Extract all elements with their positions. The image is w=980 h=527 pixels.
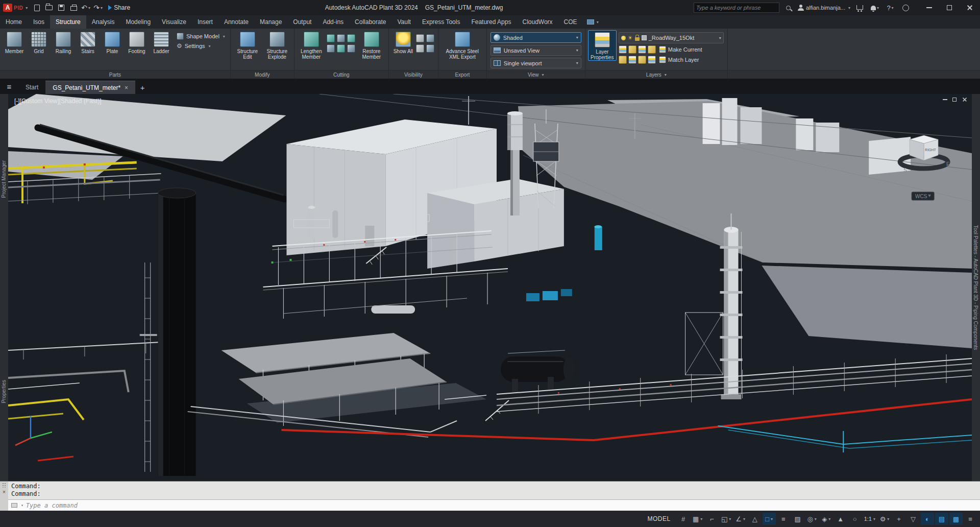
tab-insert[interactable]: Insert <box>192 15 218 29</box>
viewport-maximize-icon[interactable] <box>952 98 957 102</box>
match-layer-button[interactable]: Match Layer <box>659 56 699 63</box>
advance-steel-export-button[interactable]: Advance Steel XML Export <box>441 30 484 60</box>
hide-others-icon[interactable] <box>416 44 424 53</box>
tab-analysis[interactable]: Analysis <box>86 15 120 29</box>
ribbon-display-toggle[interactable]: ▾ <box>583 15 603 29</box>
make-current-button[interactable]: Make Current <box>659 46 702 53</box>
customization-menu-icon[interactable]: ≡ <box>964 513 977 525</box>
tab-express-tools[interactable]: Express Tools <box>416 15 465 29</box>
graphics-performance-icon[interactable]: ◐ <box>921 513 934 525</box>
structure-edit-button[interactable]: Structure Edit <box>233 30 262 60</box>
modify-panel-label[interactable]: Modify <box>231 70 294 79</box>
grid-button[interactable]: Grid <box>27 30 51 54</box>
hardware-acceleration-icon[interactable]: ▤ <box>935 513 948 525</box>
layer-properties-button[interactable]: Layer Properties <box>588 30 617 61</box>
ortho-mode-icon[interactable]: ⌐ <box>705 513 719 525</box>
save-button[interactable] <box>55 1 67 14</box>
application-menu-button[interactable]: A PID ▾ <box>0 0 31 15</box>
model-viewport[interactable]: [-][Custom View][Shaded (Fast)] <box>8 94 972 481</box>
extend-member-icon[interactable] <box>337 44 345 53</box>
layer-freeze-icon[interactable] <box>638 45 646 54</box>
open-file-button[interactable] <box>43 1 55 14</box>
drawing-canvas[interactable]: S E RIGHT WCS <box>8 94 972 481</box>
layer-walk-icon[interactable] <box>638 56 646 64</box>
autoscale-icon[interactable]: ○ <box>848 513 862 525</box>
export-panel-label[interactable]: Export <box>438 70 486 79</box>
cutting-panel-label[interactable]: Cutting <box>295 70 388 79</box>
annotation-visibility-icon[interactable]: ▲ <box>834 513 847 525</box>
restore-member-button[interactable]: Restore Member <box>357 30 386 60</box>
stairs-button[interactable]: Stairs <box>76 30 100 54</box>
cope-cut-icon[interactable] <box>337 34 345 42</box>
railing-button[interactable]: Railing <box>52 30 75 54</box>
help-button[interactable]: ?▾ <box>884 1 896 14</box>
redo-button[interactable]: ↷▾ <box>92 1 104 14</box>
shape-model-button[interactable]: Shape Model▾ <box>175 32 227 40</box>
file-tabs-menu-button[interactable]: ≡ <box>0 79 18 94</box>
trim-member-icon[interactable] <box>327 44 335 53</box>
transparency-icon[interactable]: ▨ <box>791 513 804 525</box>
tab-visualize[interactable]: Visualize <box>156 15 192 29</box>
annotation-scale-button[interactable]: 1:1▾ <box>863 513 877 525</box>
selection-cycling-icon[interactable]: ◎▾ <box>805 513 819 525</box>
show-others-icon[interactable] <box>426 44 434 53</box>
signed-in-user-button[interactable]: alfian.bimanja... ▾ <box>798 5 850 11</box>
layers-panel-label[interactable]: Layers▾ <box>585 70 727 79</box>
tab-start[interactable]: Start <box>18 81 45 94</box>
properties-palette-tab[interactable]: Properties <box>1 380 7 403</box>
plate-button[interactable]: Plate <box>101 30 124 54</box>
undo-button[interactable]: ↶▾ <box>80 1 92 14</box>
close-button[interactable] <box>960 0 980 15</box>
show-member-icon[interactable] <box>426 34 434 42</box>
share-button[interactable]: Share <box>104 4 134 11</box>
command-input[interactable] <box>26 502 977 509</box>
tab-drawing[interactable]: GS_Petani_UTM_meter* × <box>45 81 135 94</box>
tab-home[interactable]: Home <box>0 15 28 29</box>
search-input[interactable] <box>696 5 777 11</box>
isolate-objects-icon[interactable]: ▽ <box>906 513 920 525</box>
snap-mode-icon[interactable]: ▦▾ <box>691 513 704 525</box>
miter-cut-icon[interactable] <box>327 34 335 42</box>
layer-thaw-icon[interactable] <box>628 56 636 64</box>
close-command-window-icon[interactable]: × <box>3 489 6 495</box>
help-search-box[interactable] <box>694 3 779 13</box>
member-button[interactable]: Member <box>3 30 26 54</box>
ladder-button[interactable]: Ladder <box>150 30 173 54</box>
plot-button[interactable] <box>67 1 80 14</box>
named-view-dropdown[interactable]: Unsaved View▾ <box>491 45 581 56</box>
notifications-button[interactable]: ▾ <box>869 1 881 14</box>
tab-vault[interactable]: Vault <box>391 15 416 29</box>
health-dashboard-button[interactable] <box>899 1 912 14</box>
tab-collaborate[interactable]: Collaborate <box>349 15 391 29</box>
new-drawing-tab-button[interactable]: + <box>135 81 150 94</box>
tool-palettes-tab[interactable]: Tool Palettes - AutoCAD Plant 3D - Pipin… <box>973 225 978 350</box>
command-history[interactable]: Command: Command: <box>8 482 980 499</box>
visual-style-dropdown[interactable]: Shaded▾ <box>491 32 581 43</box>
tab-modeling[interactable]: Modeling <box>120 15 156 29</box>
model-space-toggle[interactable]: MODEL <box>643 515 676 522</box>
tab-featured-apps[interactable]: Featured Apps <box>465 15 517 29</box>
viewport-close-icon[interactable] <box>962 97 967 102</box>
tab-coe[interactable]: COE <box>558 15 583 29</box>
grid-display-icon[interactable]: # <box>677 513 690 525</box>
tab-isos[interactable]: Isos <box>28 15 50 29</box>
workspace-switching-icon[interactable]: ⚙▾ <box>878 513 891 525</box>
new-file-button[interactable] <box>31 1 43 14</box>
maximize-button[interactable] <box>939 0 960 15</box>
layer-dropdown[interactable]: ☀ _RoadWay_15Okt ▾ <box>619 32 724 43</box>
view-panel-label[interactable]: View▾ <box>487 70 585 79</box>
viewport-config-dropdown[interactable]: Single viewport▾ <box>491 58 581 68</box>
tab-output[interactable]: Output <box>287 15 317 29</box>
object-snap-icon[interactable]: □▾ <box>763 513 776 525</box>
footing-button[interactable]: Footing <box>125 30 149 54</box>
search-button[interactable] <box>782 1 795 14</box>
layer-off-icon[interactable] <box>619 45 627 54</box>
cut-at-point-icon[interactable] <box>347 34 355 42</box>
tab-annotate[interactable]: Annotate <box>218 15 254 29</box>
parts-panel-label[interactable]: Parts <box>0 70 230 79</box>
layer-lock-icon[interactable] <box>648 45 656 54</box>
lineweight-icon[interactable]: ≡ <box>777 513 790 525</box>
polar-tracking-icon[interactable]: ◱▾ <box>720 513 733 525</box>
tab-cloudworx[interactable]: CloudWorx <box>517 15 558 29</box>
visibility-panel-label[interactable]: Visibility <box>389 70 438 79</box>
